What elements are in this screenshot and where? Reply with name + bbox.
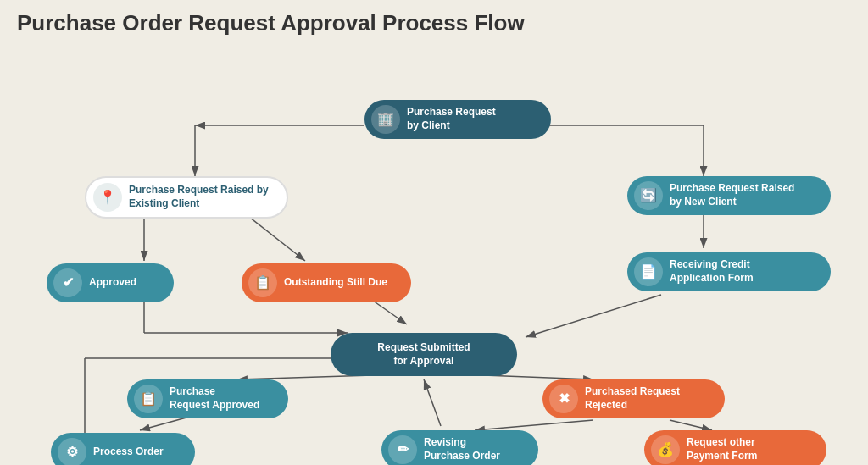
node-outstanding: 📋 Outstanding Still Due bbox=[242, 263, 411, 302]
new-client-label: Purchase Request Raised by New Client bbox=[670, 182, 794, 208]
purchase-request-client-label: Purchase Request by Client bbox=[407, 106, 496, 132]
purchase-approved-icon: 📋 bbox=[134, 385, 163, 413]
node-approved: ✔ Approved bbox=[47, 263, 174, 302]
purchase-request-client-icon: 🏢 bbox=[371, 105, 400, 134]
credit-application-icon: 📄 bbox=[634, 257, 663, 286]
node-credit-application: 📄 Receiving Credit Application Form bbox=[627, 252, 831, 291]
process-order-label: Process Order bbox=[93, 446, 164, 459]
node-process-order: ⚙ Process Order bbox=[51, 433, 195, 465]
credit-application-label: Receiving Credit Application Form bbox=[670, 258, 754, 285]
svg-line-15 bbox=[670, 420, 712, 430]
outstanding-label: Outstanding Still Due bbox=[284, 276, 387, 290]
svg-line-17 bbox=[424, 379, 441, 426]
node-revising-order: ✏ Revising Purchase Order bbox=[381, 430, 538, 465]
svg-line-16 bbox=[475, 420, 593, 430]
existing-client-label: Purchase Request Raised by Existing Clie… bbox=[129, 184, 269, 210]
process-order-icon: ⚙ bbox=[58, 438, 86, 465]
request-rejected-icon: ✖ bbox=[549, 385, 578, 413]
node-purchase-approved: 📋 Purchase Request Approved bbox=[127, 379, 288, 418]
new-client-icon: 🔄 bbox=[634, 181, 663, 210]
node-payment-form: 💰 Request other Payment Form bbox=[644, 430, 826, 465]
approved-label: Approved bbox=[89, 276, 136, 290]
request-submitted-label: Request Submitted for Approval bbox=[377, 341, 470, 368]
revising-order-icon: ✏ bbox=[388, 435, 417, 464]
node-purchase-request-client: 🏢 Purchase Request by Client bbox=[364, 100, 551, 139]
payment-form-icon: 💰 bbox=[651, 435, 680, 464]
node-existing-client: 📍 Purchase Request Raised by Existing Cl… bbox=[85, 176, 288, 219]
diagram-area: 🏢 Purchase Request by Client 📍 Purchase … bbox=[0, 45, 868, 460]
node-request-submitted: Request Submitted for Approval bbox=[331, 333, 517, 376]
revising-order-label: Revising Purchase Order bbox=[424, 436, 500, 462]
request-rejected-label: Purchased Request Rejected bbox=[585, 385, 680, 412]
svg-line-6 bbox=[246, 214, 305, 261]
node-request-rejected: ✖ Purchased Request Rejected bbox=[542, 379, 725, 418]
svg-line-13 bbox=[140, 418, 186, 430]
page-title: Purchase Order Request Approval Process … bbox=[0, 0, 868, 36]
node-new-client: 🔄 Purchase Request Raised by New Client bbox=[627, 176, 831, 215]
existing-client-icon: 📍 bbox=[93, 183, 122, 212]
purchase-approved-label: Purchase Request Approved bbox=[170, 385, 259, 412]
payment-form-label: Request other Payment Form bbox=[687, 436, 757, 462]
outstanding-icon: 📋 bbox=[248, 268, 277, 297]
svg-line-11 bbox=[526, 295, 661, 337]
approved-icon: ✔ bbox=[53, 268, 82, 297]
